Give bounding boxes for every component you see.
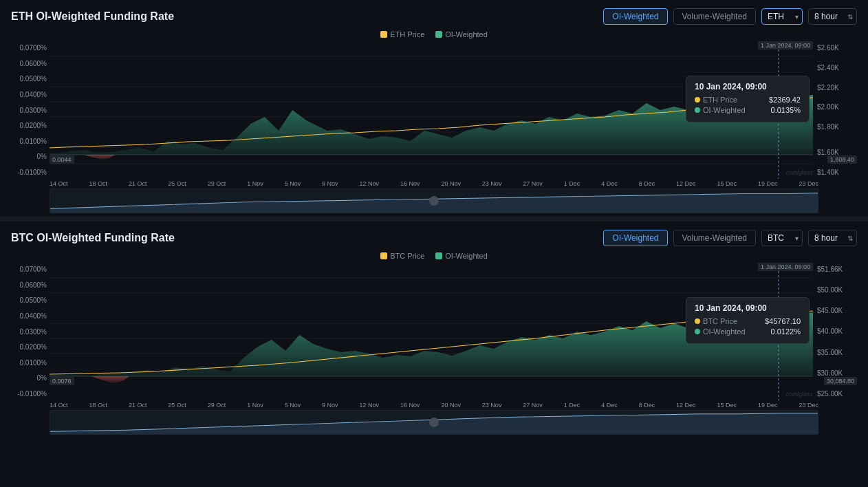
eth-x-axis: 14 Oct 18 Oct 21 Oct 25 Oct 29 Oct 1 Nov…	[11, 179, 857, 187]
btc-y-right-0: $51.66K	[817, 266, 857, 273]
btc-hour-selector: 1 hour 4 hour 8 hour 24 hour ⇅	[808, 230, 857, 246]
eth-watermark: coinlglass	[785, 169, 813, 176]
btc-x-1: 18 Oct	[89, 402, 107, 409]
btc-y-left-8: -0.0100%	[11, 390, 47, 398]
eth-y-right-4: $1.80K	[817, 123, 857, 131]
eth-y-left-8: -0.0100%	[11, 169, 47, 176]
eth-x-8: 12 Nov	[360, 180, 380, 187]
eth-x-19: 23 Dec	[799, 180, 818, 187]
eth-y-left-6: 0.0100%	[11, 138, 47, 145]
eth-y-right-0: $2.60K	[817, 44, 857, 52]
btc-chart-svg-container: 0.0076 10 Jan 2024, 09:00 BTC Price $457…	[50, 263, 813, 400]
eth-y-left-7: 0%	[11, 153, 47, 160]
eth-price-legend-dot	[380, 31, 387, 38]
btc-x-9: 16 Nov	[400, 402, 420, 409]
eth-x-9: 16 Nov	[400, 180, 420, 187]
btc-current-price-badge: 30,084.80	[824, 377, 857, 385]
btc-chart-header: BTC OI-Weighted Funding Rate OI-Weighted…	[11, 230, 857, 246]
btc-y-right-2: $45.00K	[817, 307, 857, 314]
btc-zero-badge: 0.0076	[50, 377, 74, 385]
btc-coin-select[interactable]: BTC ETH SOL	[761, 230, 803, 246]
eth-chart-svg	[50, 41, 813, 179]
eth-y-left-0: 0.0700%	[11, 44, 47, 52]
eth-mini-chart	[50, 188, 818, 213]
btc-oi-weighted-btn[interactable]: OI-Weighted	[603, 230, 667, 246]
eth-price-legend-label: ETH Price	[390, 30, 424, 39]
btc-y-left-4: 0.0300%	[11, 328, 47, 336]
btc-y-left-1: 0.0600%	[11, 281, 47, 289]
eth-chart-controls: OI-Weighted Volume-Weighted ETH BTC SOL …	[603, 8, 857, 25]
eth-x-15: 8 Dec	[639, 180, 655, 187]
eth-x-1: 18 Oct	[89, 180, 107, 187]
eth-y-left-2: 0.0500%	[11, 75, 47, 83]
btc-x-6: 5 Nov	[285, 402, 301, 409]
eth-volume-weighted-btn[interactable]: Volume-Weighted	[673, 8, 757, 25]
eth-oi-weighted-btn[interactable]: OI-Weighted	[603, 8, 667, 25]
divider	[0, 216, 868, 221]
eth-scroll-handle[interactable]	[429, 196, 439, 206]
eth-y-left-1: 0.0600%	[11, 60, 47, 67]
btc-y-right-4: $35.00K	[817, 349, 857, 356]
page: ETH OI-Weighted Funding Rate OI-Weighted…	[0, 0, 868, 487]
btc-chart-svg	[50, 263, 813, 400]
btc-scroll-handle[interactable]	[429, 418, 439, 427]
eth-price-legend: ETH Price	[380, 30, 424, 39]
eth-chart-title: ETH OI-Weighted Funding Rate	[11, 10, 174, 23]
btc-x-8: 12 Nov	[360, 402, 380, 409]
btc-mini-chart	[50, 410, 818, 435]
eth-y-right-3: $2.00K	[817, 103, 857, 111]
eth-y-left-4: 0.0300%	[11, 107, 47, 114]
eth-chart-svg-container: 0.0044 10 Jan 2024, 09:00 ETH Price $236…	[50, 41, 813, 179]
btc-x-11: 23 Nov	[482, 402, 502, 409]
btc-y-left-5: 0.0200%	[11, 343, 47, 351]
btc-price-legend-label: BTC Price	[390, 252, 424, 260]
btc-y-right-6: $25.00K	[817, 390, 857, 398]
btc-main-chart-container: 0.0700% 0.0600% 0.0500% 0.0400% 0.0300% …	[11, 263, 857, 400]
btc-oi-legend-label: OI-Weighted	[445, 252, 488, 260]
btc-x-19: 23 Dec	[799, 402, 818, 409]
eth-oi-legend-label: OI-Weighted	[445, 30, 488, 39]
btc-price-legend: BTC Price	[380, 252, 424, 260]
eth-chart-header: ETH OI-Weighted Funding Rate OI-Weighted…	[11, 8, 857, 25]
eth-x-17: 15 Dec	[717, 180, 737, 187]
eth-x-0: 14 Oct	[50, 180, 68, 187]
btc-x-12: 27 Nov	[523, 402, 543, 409]
btc-x-16: 12 Dec	[676, 402, 696, 409]
eth-x-14: 4 Dec	[601, 180, 618, 187]
btc-x-14: 4 Dec	[601, 402, 618, 409]
eth-x-13: 1 Dec	[564, 180, 581, 187]
btc-chart-title: BTC OI-Weighted Funding Rate	[11, 232, 175, 244]
btc-volume-weighted-btn[interactable]: Volume-Weighted	[673, 230, 757, 246]
eth-oi-fill	[50, 93, 813, 155]
btc-chart-controls: OI-Weighted Volume-Weighted BTC ETH SOL …	[603, 230, 857, 246]
eth-zero-badge: 0.0044	[50, 155, 74, 164]
eth-x-12: 27 Nov	[523, 180, 543, 187]
btc-x-3: 25 Oct	[168, 402, 186, 409]
btc-x-15: 8 Dec	[639, 402, 655, 409]
eth-x-3: 25 Oct	[168, 180, 186, 187]
eth-oi-legend-dot	[435, 31, 442, 38]
eth-current-price-badge: 1,608.40	[827, 155, 857, 164]
btc-price-legend-dot	[380, 252, 387, 259]
btc-x-17: 15 Dec	[717, 402, 737, 409]
btc-y-axis-left: 0.0700% 0.0600% 0.0500% 0.0400% 0.0300% …	[11, 263, 50, 400]
btc-hour-select[interactable]: 1 hour 4 hour 8 hour 24 hour	[808, 230, 857, 246]
btc-x-18: 19 Dec	[758, 402, 778, 409]
btc-oi-legend-dot	[435, 252, 442, 259]
btc-y-left-7: 0%	[11, 374, 47, 382]
btc-x-axis: 14 Oct 18 Oct 21 Oct 25 Oct 29 Oct 1 Nov…	[11, 400, 857, 409]
eth-hour-select[interactable]: 1 hour 4 hour 8 hour 24 hour	[808, 8, 857, 25]
btc-oi-legend: OI-Weighted	[435, 252, 488, 260]
eth-legend: ETH Price OI-Weighted	[11, 30, 857, 39]
eth-x-5: 1 Nov	[247, 180, 263, 187]
eth-y-left-5: 0.0200%	[11, 122, 47, 129]
btc-y-left-3: 0.0400%	[11, 312, 47, 320]
btc-y-right-1: $50.00K	[817, 286, 857, 294]
btc-y-right-3: $40.00K	[817, 327, 857, 335]
btc-legend: BTC Price OI-Weighted	[11, 252, 857, 260]
eth-x-11: 23 Nov	[482, 180, 502, 187]
eth-coin-select[interactable]: ETH BTC SOL	[761, 8, 803, 25]
eth-y-right-6: $1.40K	[817, 169, 857, 176]
eth-x-18: 19 Dec	[758, 180, 778, 187]
eth-neg-fill	[84, 155, 115, 160]
